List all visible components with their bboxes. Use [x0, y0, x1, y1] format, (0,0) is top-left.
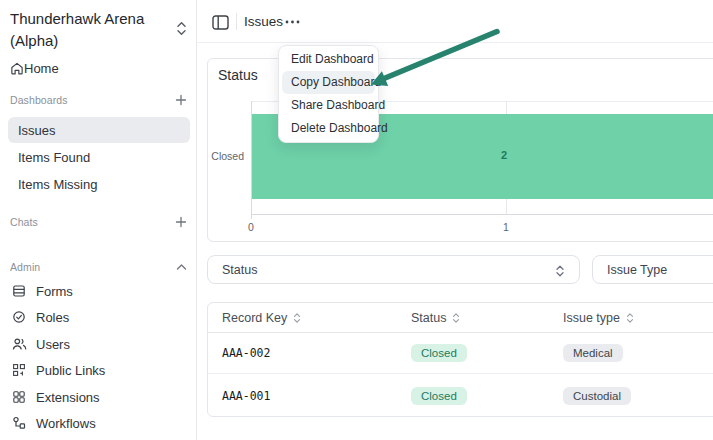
sidebar-item-items-missing[interactable]: Items Missing — [0, 171, 196, 197]
sidebar-toggle-button[interactable] — [210, 12, 230, 32]
issue-type-filter-select[interactable]: Issue Type — [592, 255, 713, 284]
issues-table: Record Key Status Issue type AAA-002 Clo… — [207, 302, 713, 417]
divider — [236, 13, 237, 30]
sidebar: Thunderhawk Arena (Alpha) Home Dashboard… — [0, 0, 197, 440]
public-links-icon — [12, 363, 36, 377]
select-label: Status — [222, 263, 257, 277]
extensions-icon — [12, 390, 36, 404]
panel-toggle-icon — [212, 15, 229, 30]
home-icon — [0, 61, 24, 76]
sidebar-item-label: Users — [36, 337, 70, 352]
table-row[interactable]: AAA-002 Closed Medical — [208, 333, 713, 373]
menu-item-edit-dashboard[interactable]: Edit Dashboard — [279, 48, 378, 71]
issue-type-badge: Custodial — [563, 387, 631, 405]
x-tick-label: 1 — [499, 221, 513, 233]
status-filter-select[interactable]: Status — [207, 255, 580, 284]
chevron-up-icon — [176, 264, 187, 271]
category-label: Closed — [208, 150, 244, 162]
status-badge: Closed — [411, 344, 467, 362]
plus-icon — [175, 94, 187, 106]
table-row[interactable]: AAA-001 Closed Custodial — [208, 373, 713, 417]
sidebar-item-users[interactable]: Users — [0, 331, 196, 357]
sort-icon — [626, 312, 634, 324]
section-label: Admin — [0, 261, 40, 273]
column-header-issue-type[interactable]: Issue type — [563, 311, 634, 325]
sidebar-section-dashboards: Dashboards — [0, 87, 196, 113]
record-key-cell: AAA-002 — [222, 346, 270, 360]
forms-icon — [12, 284, 36, 298]
add-dashboard-button[interactable] — [175, 94, 187, 106]
topbar: Issues — [197, 0, 713, 43]
bar-value-label: 2 — [494, 149, 514, 161]
sidebar-item-forms[interactable]: Forms — [0, 278, 196, 304]
sidebar-item-label: Roles — [36, 310, 69, 325]
sidebar-item-public-links[interactable]: Public Links — [0, 357, 196, 383]
menu-item-delete-dashboard[interactable]: Delete Dashboard — [279, 117, 378, 140]
chevron-up-down-icon — [176, 20, 187, 37]
sidebar-section-chats: Chats — [0, 209, 196, 235]
x-tick-label: 0 — [244, 221, 258, 233]
sidebar-item-issues[interactable]: Issues — [0, 117, 196, 143]
sidebar-item-label: Forms — [36, 284, 73, 299]
sidebar-item-home[interactable]: Home — [0, 55, 196, 81]
sidebar-item-label: Workflows — [36, 416, 96, 431]
column-header-status[interactable]: Status — [411, 311, 460, 325]
sidebar-section-admin: Admin — [0, 254, 196, 280]
chart-title: Status — [218, 67, 258, 83]
workspace-title: Thunderhawk Arena (Alpha) — [10, 8, 170, 52]
sidebar-item-roles[interactable]: Roles — [0, 304, 196, 330]
sidebar-item-label: Extensions — [36, 390, 100, 405]
sidebar-item-label: Items Missing — [18, 177, 97, 192]
collapse-admin-button[interactable] — [176, 264, 187, 271]
workflows-icon — [12, 416, 36, 430]
add-chat-button[interactable] — [175, 216, 187, 228]
sidebar-item-items-found[interactable]: Items Found — [0, 144, 196, 170]
chevron-up-down-icon — [555, 264, 565, 278]
users-icon — [12, 337, 36, 351]
sidebar-item-extensions[interactable]: Extensions — [0, 384, 196, 410]
menu-item-copy-dashboard[interactable]: Copy Dashboard — [282, 71, 375, 94]
sidebar-item-label: Home — [24, 61, 59, 76]
workspace-switcher[interactable]: Thunderhawk Arena (Alpha) — [0, 6, 197, 54]
chart-x-axis — [251, 214, 713, 215]
sidebar-item-label: Public Links — [36, 363, 105, 378]
page-title: Issues — [244, 14, 283, 29]
sort-icon — [452, 312, 460, 324]
column-label: Record Key — [222, 311, 287, 325]
sidebar-item-label: Items Found — [18, 150, 90, 165]
roles-icon — [12, 310, 36, 324]
plus-icon — [175, 216, 187, 228]
column-label: Status — [411, 311, 446, 325]
status-badge: Closed — [411, 387, 467, 405]
issue-type-badge: Medical — [563, 344, 623, 362]
select-label: Issue Type — [607, 263, 667, 277]
app-window: Thunderhawk Arena (Alpha) Home Dashboard… — [0, 0, 713, 440]
section-label: Chats — [0, 216, 38, 228]
sort-icon — [293, 312, 301, 324]
column-header-record-key[interactable]: Record Key — [222, 311, 301, 325]
sidebar-item-workflows[interactable]: Workflows — [0, 410, 196, 436]
dashboard-options-button[interactable] — [281, 12, 303, 32]
sidebar-item-label: Issues — [18, 123, 56, 138]
table-header-row: Record Key Status Issue type — [208, 303, 713, 333]
dashboard-options-menu: Edit Dashboard Copy Dashboard Share Dash… — [278, 45, 379, 143]
ellipsis-icon — [285, 20, 300, 24]
record-key-cell: AAA-001 — [222, 389, 270, 403]
section-label: Dashboards — [0, 94, 68, 106]
menu-item-share-dashboard[interactable]: Share Dashboard — [279, 94, 378, 117]
column-label: Issue type — [563, 311, 620, 325]
